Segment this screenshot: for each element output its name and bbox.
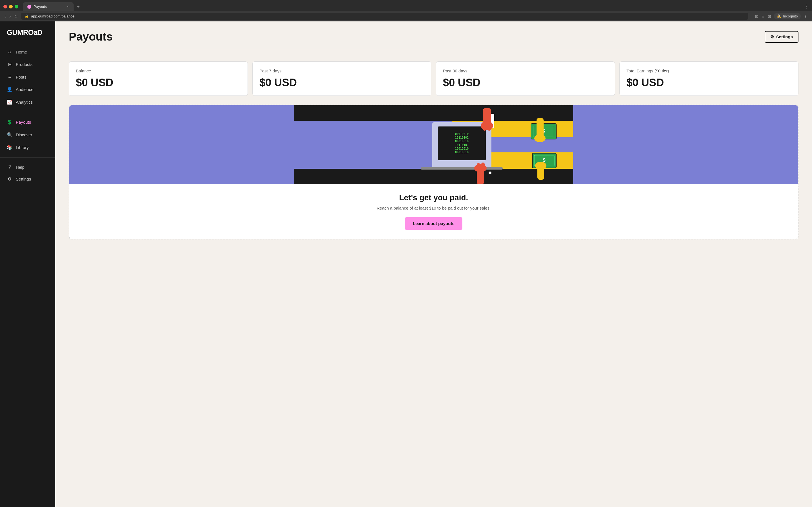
svg-text:10110101: 10110101 — [455, 136, 469, 139]
tab-close-icon[interactable]: ✕ — [66, 5, 69, 8]
bookmark-icon[interactable]: ☆ — [761, 14, 765, 18]
stat-label: Total Earnings ($0 tier) — [626, 68, 792, 73]
close-button[interactable] — [3, 5, 7, 8]
maximize-button[interactable] — [15, 5, 18, 8]
promo-title: Let's get you paid. — [83, 193, 784, 202]
sidebar-spacer — [0, 109, 55, 115]
settings-icon: ⚙ — [7, 176, 12, 182]
stat-value: $0 USD — [626, 76, 792, 89]
svg-text:01011010: 01011010 — [455, 140, 469, 143]
stat-label: Past 7 days — [259, 68, 424, 73]
promo-cta-button[interactable]: Learn about payouts — [405, 217, 462, 230]
svg-rect-32 — [477, 163, 480, 171]
tab-strip-end: ⋮ — [804, 4, 809, 9]
promo-section: 01011010 10110101 01011010 10110101 1001… — [69, 105, 799, 239]
profile-extensions-icon[interactable]: ⊡ — [768, 14, 771, 18]
illustration-svg: 01011010 10110101 01011010 10110101 1001… — [69, 105, 798, 184]
sidebar-item-posts[interactable]: ≡Posts — [0, 71, 55, 83]
tab-bar: Payouts ✕ + ⋮ — [0, 0, 812, 11]
sidebar-item-products[interactable]: ⊞Products — [0, 58, 55, 70]
stat-card: Past 7 days$0 USD — [252, 61, 432, 96]
sidebar-item-label-help: Help — [16, 165, 24, 170]
cast-icon[interactable]: ⊡ — [755, 14, 758, 18]
svg-rect-1 — [294, 105, 573, 121]
tier-link[interactable]: $0 tier — [656, 68, 668, 73]
sidebar-item-label-posts: Posts — [16, 75, 27, 79]
sidebar-item-label-discover: Discover — [16, 132, 32, 137]
promo-description: Reach a balance of at least $10 to be pa… — [83, 206, 784, 210]
stat-value: $0 USD — [443, 76, 608, 89]
tab-favicon — [28, 5, 31, 9]
svg-rect-33 — [481, 163, 485, 171]
svg-text:$: $ — [543, 158, 546, 163]
stat-label: Balance — [76, 68, 241, 73]
sidebar-item-label-home: Home — [16, 50, 27, 54]
svg-point-34 — [489, 172, 492, 174]
incognito-icon: 🕵 — [777, 14, 781, 18]
incognito-label: Incognito — [783, 14, 798, 18]
menu-icon[interactable]: ⋮ — [804, 14, 808, 18]
address-bar: ‹ › ↻ 🔒 app.gumroad.com/balance ⊡ ☆ ⊡ 🕵 … — [0, 11, 812, 21]
svg-text:01011010: 01011010 — [455, 132, 469, 135]
back-button[interactable]: ‹ — [4, 14, 6, 18]
home-icon: ⌂ — [7, 49, 12, 54]
sidebar-item-payouts[interactable]: 💲Payouts — [0, 116, 55, 128]
sidebar-item-analytics[interactable]: 📈Analytics — [0, 96, 55, 108]
sidebar-bottom: ?Help⚙Settings — [0, 158, 55, 185]
svg-point-24 — [534, 134, 546, 142]
sidebar-item-settings[interactable]: ⚙Settings — [0, 173, 55, 185]
stat-card: Balance$0 USD — [69, 61, 248, 96]
page-body: Balance$0 USDPast 7 days$0 USDPast 30 da… — [55, 50, 812, 251]
svg-rect-2 — [294, 169, 573, 184]
svg-text:10110101: 10110101 — [455, 144, 469, 147]
svg-point-17 — [481, 121, 493, 130]
browser-chrome: Payouts ✕ + ⋮ ‹ › ↻ 🔒 app.gumroad.com/ba… — [0, 0, 812, 21]
sidebar-nav: ⌂Home⊞Products≡Posts👤Audience📈Analytics💲… — [0, 46, 55, 500]
browser-actions: ⊡ ☆ ⊡ 🕵 Incognito ⋮ — [755, 13, 808, 19]
incognito-badge: 🕵 Incognito — [774, 13, 801, 19]
sidebar-item-label-payouts: Payouts — [16, 120, 31, 124]
sidebar-item-library[interactable]: 📚Library — [0, 142, 55, 154]
svg-point-31 — [474, 164, 487, 172]
svg-text:01011010: 01011010 — [455, 151, 469, 154]
help-icon: ? — [7, 165, 12, 170]
svg-rect-19 — [488, 122, 491, 131]
url-bar[interactable]: 🔒 app.gumroad.com/balance — [21, 13, 748, 20]
promo-illustration: 01011010 10110101 01011010 10110101 1001… — [69, 105, 798, 184]
svg-rect-13 — [421, 167, 503, 170]
url-text: app.gumroad.com/balance — [31, 14, 74, 18]
analytics-icon: 📈 — [7, 100, 12, 105]
sidebar-item-label-audience: Audience — [16, 87, 34, 92]
sidebar-item-audience[interactable]: 👤Audience — [0, 83, 55, 96]
products-icon: ⊞ — [7, 62, 12, 67]
settings-button[interactable]: ⚙ Settings — [765, 31, 799, 43]
stat-card: Past 30 days$0 USD — [436, 61, 615, 96]
sidebar-item-discover[interactable]: 🔍Discover — [0, 129, 55, 141]
audience-icon: 👤 — [7, 87, 12, 92]
sidebar-item-label-settings: Settings — [16, 177, 31, 181]
svg-rect-18 — [483, 122, 486, 131]
library-icon: 📚 — [7, 145, 12, 150]
stat-card: Total Earnings ($0 tier)$0 USD — [619, 61, 799, 96]
svg-text:10011010: 10011010 — [455, 147, 469, 150]
page-title: Payouts — [69, 31, 113, 43]
minimize-button[interactable] — [9, 5, 13, 8]
discover-icon: 🔍 — [7, 132, 12, 137]
active-tab[interactable]: Payouts ✕ — [23, 2, 73, 11]
sidebar-item-home[interactable]: ⌂Home — [0, 46, 55, 58]
stat-value: $0 USD — [76, 76, 241, 89]
sidebar-item-label-library: Library — [16, 145, 29, 150]
sidebar: GUMROaD ⌂Home⊞Products≡Posts👤Audience📈An… — [0, 21, 55, 507]
app-container: GUMROaD ⌂Home⊞Products≡Posts👤Audience📈An… — [0, 21, 812, 507]
logo: GUMROaD — [0, 28, 55, 46]
posts-icon: ≡ — [7, 74, 12, 79]
gear-icon: ⚙ — [770, 34, 774, 40]
reload-button[interactable]: ↻ — [14, 14, 18, 19]
new-tab-button[interactable]: + — [75, 3, 82, 10]
main-content: Payouts ⚙ Settings Balance$0 USDPast 7 d… — [55, 21, 812, 507]
forward-button[interactable]: › — [9, 14, 11, 18]
lock-icon: 🔒 — [24, 14, 29, 18]
sidebar-item-label-products: Products — [16, 62, 33, 67]
promo-text: Let's get you paid. Reach a balance of a… — [69, 184, 798, 239]
sidebar-item-help[interactable]: ?Help — [0, 161, 55, 173]
